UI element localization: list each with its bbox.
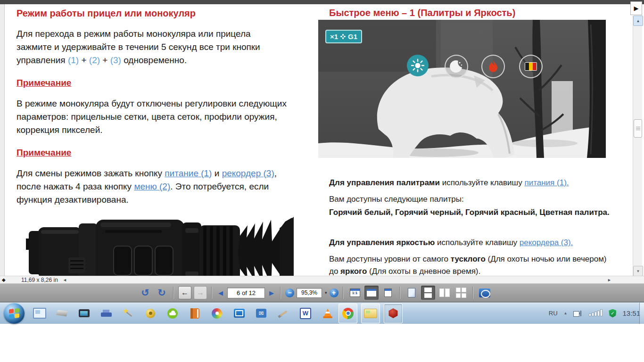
- scrollbar-thumb[interactable]: [634, 119, 642, 138]
- toolbar-separator: [343, 287, 344, 299]
- layout-single-button[interactable]: [405, 286, 419, 300]
- text: используйте клавишу: [440, 178, 525, 187]
- toolbar-separator: [173, 287, 174, 299]
- chrome-icon[interactable]: [339, 304, 357, 323]
- moon-glyph: [449, 59, 463, 74]
- layout-continuous-icon: [424, 288, 432, 298]
- prev-page-icon: ◀: [218, 289, 223, 296]
- layout-grid-icon: [456, 288, 466, 298]
- up-arrow-icon: ▲: [636, 19, 640, 23]
- moon-palette-icon[interactable]: [445, 55, 468, 78]
- thermal-viewfinder-image: ×1 G1: [318, 20, 606, 158]
- sun-glyph: [411, 58, 425, 73]
- page-left-edge: [0, 4, 5, 276]
- history-forward-button[interactable]: →: [194, 286, 207, 299]
- status-right-arrow[interactable]: ►: [607, 278, 611, 282]
- paintbrush-icon[interactable]: [276, 306, 290, 321]
- mail-icon[interactable]: ✉: [254, 306, 268, 321]
- network-signal-icon[interactable]: [589, 310, 603, 316]
- history-back-button[interactable]: ←: [178, 286, 191, 299]
- vertical-scrollbar[interactable]: ▲ ▼: [633, 16, 642, 276]
- paragraph: Для смены режимов зажать кнопку питание …: [17, 167, 288, 206]
- osd-zoom-label: ×1: [330, 33, 338, 41]
- fit-page-button[interactable]: [381, 286, 395, 300]
- recorder-key-link[interactable]: рекордера (3).: [520, 238, 573, 247]
- toolbar-separator: [280, 287, 281, 299]
- security-shield-icon[interactable]: ✓: [609, 309, 616, 318]
- calibration-petal-icon: [340, 34, 346, 39]
- page-left: Режим работы прицел или монокуляр Для пе…: [17, 7, 288, 289]
- zoom-level-field[interactable]: 95,3%: [297, 288, 322, 298]
- text: +: [100, 55, 110, 65]
- printer-icon[interactable]: [99, 306, 113, 321]
- rotate-cw-button[interactable]: ↻: [155, 286, 169, 300]
- paragraph: Вам доступны уровни от самого тусклого (…: [329, 253, 612, 278]
- note-heading-2: Примечание: [17, 146, 71, 159]
- page-right: Быстрое меню – 1 (Палитры и Яркость): [329, 7, 612, 19]
- film-reel-icon[interactable]: [143, 306, 157, 321]
- page-number-field[interactable]: 6 of 12: [227, 288, 265, 298]
- layout-continuous-button[interactable]: [421, 286, 435, 300]
- expand-panel-button[interactable]: ▶: [630, 1, 642, 15]
- notes-folder-icon[interactable]: [361, 304, 380, 323]
- text: +: [79, 55, 89, 65]
- paragraph: В режиме монокуляра будут отключены регу…: [17, 97, 288, 137]
- sun-palette-icon[interactable]: [407, 55, 429, 76]
- scanner-icon[interactable]: [55, 306, 69, 321]
- scroll-up-button[interactable]: ▲: [633, 16, 643, 26]
- flag-palette-icon[interactable]: [519, 55, 543, 78]
- word-icon[interactable]: W: [298, 306, 313, 321]
- text: и: [212, 168, 222, 178]
- clock[interactable]: 13:51: [622, 309, 640, 317]
- vlc-icon[interactable]: [321, 306, 335, 321]
- status-bar: ◆ 11,69 x 8,26 in ◄ ►: [0, 276, 644, 284]
- scroll-down-button[interactable]: ▼: [633, 266, 643, 276]
- magic-wand-icon[interactable]: [121, 306, 135, 321]
- layout-facing-icon: [439, 288, 450, 297]
- start-button[interactable]: [4, 303, 25, 324]
- address-book-icon[interactable]: [188, 306, 202, 321]
- fit-width-button[interactable]: [364, 286, 379, 300]
- menu-button-link[interactable]: меню (2): [134, 181, 170, 191]
- rotate-ccw-button[interactable]: ↺: [138, 286, 152, 300]
- status-left-arrow[interactable]: ◄: [63, 278, 67, 282]
- pdf-reader-icon[interactable]: [384, 304, 403, 323]
- layout-facing-button[interactable]: [438, 286, 452, 300]
- toolbar-separator: [399, 287, 400, 299]
- system-tray: RU ▲ ✓ 13:51: [549, 303, 640, 324]
- layout-single-icon: [408, 288, 415, 297]
- note-heading-1: Примечание: [17, 76, 71, 90]
- zoom-dropdown-caret[interactable]: ▾: [325, 290, 327, 295]
- key-3-ref: (3): [110, 55, 121, 65]
- flag-glyph: [525, 62, 537, 71]
- flame-glyph: [487, 60, 500, 73]
- palette-list: Горячий белый, Горячий черный, Горячий к…: [329, 206, 612, 219]
- green-cloud-icon[interactable]: [165, 306, 180, 321]
- battery-icon[interactable]: [573, 310, 583, 317]
- display-icon[interactable]: [77, 306, 91, 321]
- pan-tool-icon[interactable]: ◆: [2, 277, 6, 282]
- actual-size-icon: 1:1: [350, 288, 360, 297]
- power-button-link[interactable]: питание (1): [165, 168, 212, 178]
- page-size-label: 11,69 x 8,26 in: [21, 277, 58, 283]
- flame-palette-icon[interactable]: [481, 55, 505, 78]
- previous-page-button[interactable]: ◀: [216, 289, 225, 296]
- zoom-out-button[interactable]: −: [285, 288, 294, 297]
- actual-size-button[interactable]: 1:1: [348, 286, 362, 300]
- next-page-icon: ▶: [269, 289, 274, 296]
- language-indicator[interactable]: RU: [549, 310, 558, 317]
- zoom-in-button[interactable]: +: [330, 288, 339, 297]
- forward-icon: →: [197, 288, 204, 297]
- photo-viewer-icon[interactable]: [33, 306, 47, 321]
- fullscreen-button[interactable]: [478, 286, 492, 300]
- media-pinwheel-icon[interactable]: [210, 306, 224, 321]
- text: используйте клавишу: [435, 238, 520, 247]
- down-arrow-icon: ▼: [636, 269, 640, 273]
- show-desktop-button[interactable]: [639, 303, 644, 324]
- next-page-button[interactable]: ▶: [267, 289, 276, 296]
- layout-grid-button[interactable]: [454, 286, 468, 300]
- power-key-link[interactable]: питания (1).: [524, 178, 569, 187]
- tv-app-icon[interactable]: [232, 306, 246, 321]
- recorder-button-link[interactable]: рекордер (3): [222, 168, 274, 178]
- show-hidden-icons-button[interactable]: ▲: [564, 311, 568, 315]
